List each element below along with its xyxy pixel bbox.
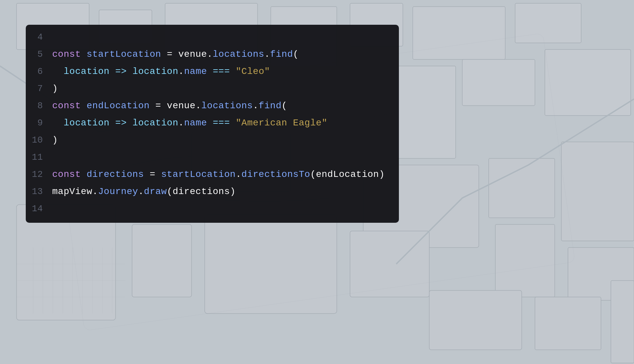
line-number-12: 12 [26, 166, 52, 183]
svg-rect-8 [561, 142, 634, 241]
line-code-6: location => location.name === "Cleo" [52, 63, 392, 80]
line-code-9: location => location.name === "American … [52, 115, 392, 132]
svg-rect-32 [429, 290, 522, 350]
code-line-10: 10 ) [26, 132, 399, 149]
line-code-7: ) [52, 80, 392, 97]
svg-rect-5 [462, 59, 535, 106]
code-content: 4 5 const startLocation = venue.location… [26, 25, 399, 223]
code-line-6: 6 location => location.name === "Cleo" [26, 63, 399, 80]
svg-rect-33 [535, 297, 601, 350]
code-line-7: 7 ) [26, 80, 399, 97]
code-panel: 4 5 const startLocation = venue.location… [26, 25, 399, 223]
svg-rect-2 [515, 3, 581, 43]
line-code-13: mapView.Journey.draw(directions) [52, 183, 392, 200]
code-line-8: 8 const endLocation = venue.locations.fi… [26, 97, 399, 115]
line-number-11: 11 [26, 149, 52, 166]
line-number-4: 4 [26, 29, 52, 46]
code-line-4: 4 [26, 29, 399, 46]
line-code-10: ) [52, 132, 392, 149]
svg-rect-9 [495, 224, 555, 297]
line-number-5: 5 [26, 46, 52, 63]
line-number-7: 7 [26, 80, 52, 97]
line-code-12: const directions = startLocation.directi… [52, 166, 392, 183]
code-line-9: 9 location => location.name === "America… [26, 115, 399, 132]
svg-rect-13 [205, 215, 337, 314]
line-number-8: 8 [26, 97, 52, 115]
svg-rect-3 [545, 50, 631, 116]
code-line-14: 14 [26, 200, 399, 217]
code-line-12: 12 const directions = startLocation.dire… [26, 166, 399, 183]
line-code-8: const endLocation = venue.locations.find… [52, 97, 392, 115]
line-number-14: 14 [26, 200, 52, 217]
line-number-9: 9 [26, 115, 52, 132]
line-number-13: 13 [26, 183, 52, 200]
line-code-5: const startLocation = venue.locations.fi… [52, 46, 392, 63]
svg-rect-14 [350, 231, 429, 297]
svg-rect-4 [396, 66, 456, 158]
code-line-5: 5 const startLocation = venue.locations.… [26, 46, 399, 63]
line-number-10: 10 [26, 132, 52, 149]
svg-rect-7 [489, 158, 555, 218]
line-number-6: 6 [26, 63, 52, 80]
svg-rect-34 [611, 281, 634, 363]
code-line-11: 11 [26, 149, 399, 166]
code-line-13: 13 mapView.Journey.draw(directions) [26, 183, 399, 200]
svg-rect-1 [413, 7, 505, 59]
svg-rect-12 [132, 224, 192, 297]
